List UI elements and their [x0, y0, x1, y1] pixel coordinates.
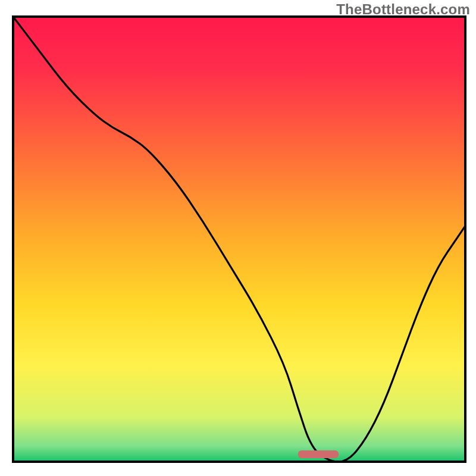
watermark-text: TheBottleneck.com	[336, 1, 470, 18]
plot-area	[13, 17, 465, 462]
chart-stage: TheBottleneck.com	[0, 0, 476, 476]
bottleneck-chart	[0, 0, 476, 476]
optimal-range-marker	[298, 450, 339, 458]
